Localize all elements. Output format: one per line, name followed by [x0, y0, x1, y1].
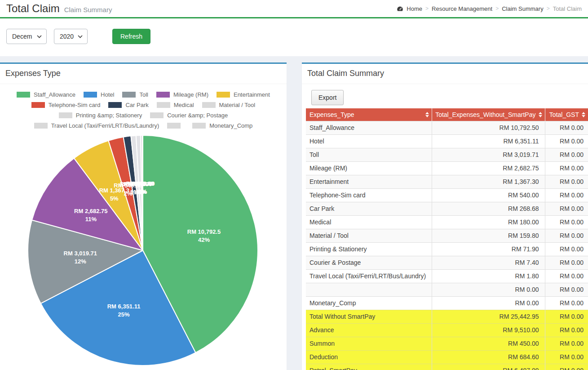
- amount-cell: RM 450.00: [432, 337, 545, 350]
- expenses-type-panel: Expenses Type Staff_AllowanceHotelTollMi…: [0, 62, 287, 370]
- legend-item[interactable]: Toll: [122, 91, 148, 98]
- column-header-total_expenses_without_smartpay[interactable]: Total_Expenses_Without_SmartPay: [432, 108, 545, 121]
- expense-type-cell: Toll: [306, 148, 432, 161]
- expense-type-cell: Staff_Allowance: [306, 121, 432, 134]
- page-subtitle: Claim Summary: [64, 6, 112, 13]
- breadcrumb-separator: >: [425, 5, 429, 12]
- legend-item[interactable]: Hotel: [84, 91, 114, 98]
- legend-item[interactable]: Car Park: [108, 102, 148, 108]
- legend-label: Monetary_Comp: [209, 122, 252, 129]
- legend-item[interactable]: Material / Tool: [202, 102, 256, 108]
- sort-icon[interactable]: [425, 112, 429, 117]
- breadcrumb-separator: >: [495, 5, 499, 12]
- column-header-label: Total_GST: [549, 111, 579, 118]
- legend-swatch: [84, 92, 97, 98]
- refresh-button[interactable]: Refresh: [112, 29, 150, 44]
- year-select[interactable]: 2020: [54, 29, 88, 44]
- amount-cell: RM 0.00: [432, 296, 545, 310]
- legend-item[interactable]: Telephone-Sim card: [31, 102, 101, 108]
- legend-swatch: [202, 102, 216, 108]
- summary-panel-body: Export Expenses_TypeTotal_Expenses_Witho…: [302, 84, 588, 370]
- table-row: Material / ToolRM 159.80RM 0.00: [306, 229, 588, 242]
- table-row: DeductionRM 684.60RM 0.00: [306, 350, 588, 364]
- column-header-total_gst[interactable]: Total_GST: [545, 108, 588, 121]
- sort-icon[interactable]: [582, 112, 585, 117]
- legend-label: Courier &amp; Postage: [167, 112, 228, 119]
- table-row: Monetary_CompRM 0.00RM 0.00: [306, 296, 588, 310]
- legend-swatch: [108, 102, 122, 108]
- gst-cell: RM 0.00: [545, 121, 588, 134]
- expense-type-cell: Total Without SmartPay: [306, 310, 432, 323]
- legend-swatch: [59, 112, 72, 118]
- claims-table: Expenses_TypeTotal_Expenses_Without_Smar…: [306, 108, 588, 370]
- legend-item[interactable]: Printing &amp; Stationery: [59, 112, 142, 119]
- legend-row: Travel Local (Taxi/Ferri/LRT/Bus/Laundry…: [0, 120, 287, 131]
- month-select-value: Decem: [12, 33, 32, 40]
- gst-cell: RM 0.00: [545, 283, 588, 296]
- gst-cell: RM 0.00: [545, 350, 588, 364]
- legend-item[interactable]: [167, 123, 184, 129]
- legend-item[interactable]: Entertainment: [217, 91, 270, 98]
- expenses-pie-chart: RM 10,792.542%RM 6,351.1125%RM 3,019.711…: [0, 134, 287, 370]
- breadcrumb-item-claim-summary[interactable]: Claim Summary: [502, 5, 543, 12]
- breadcrumb-item-home[interactable]: Home: [407, 5, 422, 12]
- expenses-panel-title: Expenses Type: [0, 64, 287, 84]
- gst-cell: RM 0.00: [545, 256, 588, 269]
- table-row: SummonRM 450.00RM 0.00: [306, 337, 588, 350]
- expense-type-cell: Deduction: [306, 350, 432, 364]
- gst-cell: RM 0.00: [545, 269, 588, 283]
- gst-cell: RM 0.00: [545, 310, 588, 323]
- expense-type-cell: Car Park: [306, 202, 432, 215]
- expense-type-cell: Monetary_Comp: [306, 296, 432, 310]
- table-row: Car ParkRM 268.68RM 0.00: [306, 202, 588, 215]
- legend-row: Printing &amp; StationeryCourier &amp; P…: [0, 110, 287, 120]
- expense-type-cell: Medical: [306, 215, 432, 229]
- amount-cell: RM 159.80: [432, 229, 545, 242]
- table-row: TollRM 3,019.71RM 0.00: [306, 148, 588, 161]
- gst-cell: RM 0.00: [545, 364, 588, 370]
- legend-swatch: [34, 123, 48, 129]
- amount-cell: RM 268.68: [432, 202, 545, 215]
- amount-cell: RM 0.00: [432, 283, 545, 296]
- legend-item[interactable]: Courier &amp; Postage: [150, 112, 228, 119]
- legend-swatch: [217, 92, 230, 98]
- amount-cell: RM 3,019.71: [432, 148, 545, 161]
- export-button[interactable]: Export: [311, 90, 344, 105]
- column-header-label: Total_Expenses_Without_SmartPay: [435, 111, 535, 118]
- legend-item[interactable]: Staff_Allowance: [17, 91, 75, 98]
- legend-label: Medical: [174, 102, 194, 108]
- amount-cell: RM 684.60: [432, 350, 545, 364]
- gst-cell: RM 0.00: [545, 242, 588, 256]
- summary-panel-title: Total Claim Summary: [302, 64, 588, 84]
- month-select[interactable]: Decem: [6, 29, 47, 44]
- gst-cell: RM 0.00: [545, 215, 588, 229]
- amount-cell: RM 1,367.30: [432, 175, 545, 188]
- amount-cell: RM 71.90: [432, 242, 545, 256]
- legend-label: Travel Local (Taxi/Ferri/LRT/Bus/Laundry…: [51, 122, 159, 129]
- legend-item[interactable]: Medical: [157, 102, 194, 108]
- claims-table-header: Expenses_TypeTotal_Expenses_Without_Smar…: [306, 108, 588, 121]
- table-row: Total Without SmartPayRM 25,442.95RM 0.0…: [306, 310, 588, 323]
- column-header-expenses_type[interactable]: Expenses_Type: [306, 108, 432, 121]
- dashboard-icon: [397, 6, 403, 12]
- breadcrumb-item-resource-management[interactable]: Resource Management: [432, 5, 492, 12]
- legend-item[interactable]: Travel Local (Taxi/Ferri/LRT/Bus/Laundry…: [34, 122, 159, 129]
- legend-item[interactable]: Monetary_Comp: [192, 122, 252, 129]
- content-area: Expenses Type Staff_AllowanceHotelTollMi…: [0, 56, 588, 370]
- table-row: Staff_AllowanceRM 10,792.50RM 0.00: [306, 121, 588, 134]
- legend-item[interactable]: Mileage (RM): [156, 91, 208, 98]
- table-row: Courier & PostageRM 7.40RM 0.00: [306, 256, 588, 269]
- legend-swatch: [150, 112, 164, 118]
- year-select-value: 2020: [60, 33, 74, 40]
- gst-cell: RM 0.00: [545, 229, 588, 242]
- amount-cell: RM 6,497.09: [432, 364, 545, 370]
- gst-cell: RM 0.00: [545, 202, 588, 215]
- total-claim-summary-panel: Total Claim Summary Export Expenses_Type…: [302, 62, 588, 370]
- legend-label: Material / Tool: [219, 102, 256, 108]
- legend-label: Staff_Allowance: [34, 91, 75, 98]
- legend-swatch: [156, 92, 170, 98]
- gst-cell: RM 0.00: [545, 134, 588, 148]
- sort-icon[interactable]: [539, 112, 542, 117]
- legend-label: Toll: [139, 91, 148, 98]
- gst-cell: RM 0.00: [545, 323, 588, 337]
